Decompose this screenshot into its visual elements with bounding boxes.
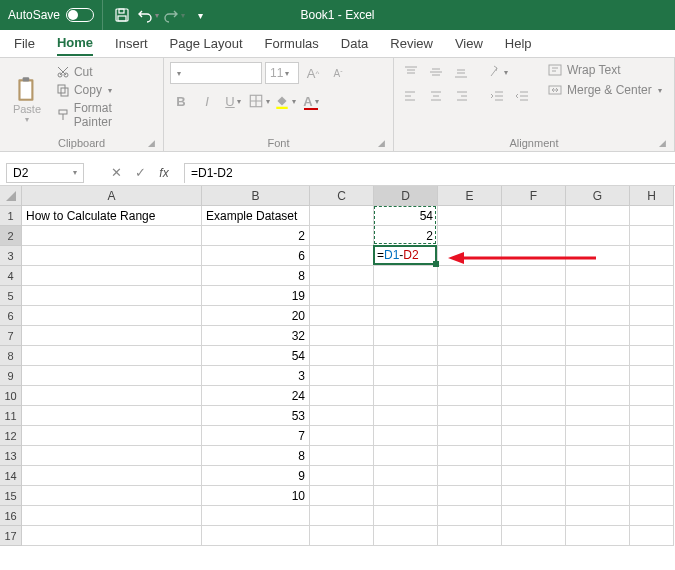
cell-D11[interactable] [374, 406, 438, 426]
cell-A6[interactable] [22, 306, 202, 326]
cell-A4[interactable] [22, 266, 202, 286]
cell-C14[interactable] [310, 466, 374, 486]
cell-A17[interactable] [22, 526, 202, 546]
cell-D12[interactable] [374, 426, 438, 446]
cell-H16[interactable] [630, 506, 674, 526]
cell-D5[interactable] [374, 286, 438, 306]
font-name-combo[interactable]: ▾ [170, 62, 262, 84]
cell-E8[interactable] [438, 346, 502, 366]
tab-page-layout[interactable]: Page Layout [170, 32, 243, 55]
cell-D2[interactable]: 2 [374, 226, 438, 246]
cell-C3[interactable] [310, 246, 374, 266]
cell-C16[interactable] [310, 506, 374, 526]
cell-F13[interactable] [502, 446, 566, 466]
cell-C8[interactable] [310, 346, 374, 366]
cell-A13[interactable] [22, 446, 202, 466]
cell-D1[interactable]: 54 [374, 206, 438, 226]
cell-B2[interactable]: 2 [202, 226, 310, 246]
cell-H11[interactable] [630, 406, 674, 426]
cell-F4[interactable] [502, 266, 566, 286]
bold-button[interactable]: B [170, 90, 192, 112]
cell-G8[interactable] [566, 346, 630, 366]
tab-view[interactable]: View [455, 32, 483, 55]
font-color-button[interactable]: A▾ [300, 90, 322, 112]
cell-H9[interactable] [630, 366, 674, 386]
cell-G7[interactable] [566, 326, 630, 346]
row-header-1[interactable]: 1 [0, 206, 22, 226]
decrease-indent-button[interactable] [486, 86, 508, 106]
row-header-8[interactable]: 8 [0, 346, 22, 366]
cell-D10[interactable] [374, 386, 438, 406]
cell-F7[interactable] [502, 326, 566, 346]
insert-function-button[interactable]: fx [152, 163, 176, 183]
column-header-E[interactable]: E [438, 186, 502, 206]
increase-indent-button[interactable] [511, 86, 533, 106]
tab-home[interactable]: Home [57, 31, 93, 56]
column-header-H[interactable]: H [630, 186, 674, 206]
cell-B17[interactable] [202, 526, 310, 546]
cell-H5[interactable] [630, 286, 674, 306]
italic-button[interactable]: I [196, 90, 218, 112]
dialog-launcher-icon[interactable]: ◢ [378, 138, 385, 148]
fill-color-button[interactable]: ▾ [274, 90, 296, 112]
cell-H14[interactable] [630, 466, 674, 486]
cell-B8[interactable]: 54 [202, 346, 310, 366]
cell-H12[interactable] [630, 426, 674, 446]
cell-G5[interactable] [566, 286, 630, 306]
merge-center-button[interactable]: Merge & Center▾ [547, 82, 662, 98]
cell-H15[interactable] [630, 486, 674, 506]
row-header-15[interactable]: 15 [0, 486, 22, 506]
cell-H8[interactable] [630, 346, 674, 366]
cell-D17[interactable] [374, 526, 438, 546]
cell-B9[interactable]: 3 [202, 366, 310, 386]
cell-C12[interactable] [310, 426, 374, 446]
cell-B7[interactable]: 32 [202, 326, 310, 346]
cell-F11[interactable] [502, 406, 566, 426]
decrease-font-button[interactable]: Aˇ [327, 62, 349, 84]
row-header-9[interactable]: 9 [0, 366, 22, 386]
cell-E13[interactable] [438, 446, 502, 466]
align-left-button[interactable] [400, 86, 422, 106]
cell-E16[interactable] [438, 506, 502, 526]
cell-F8[interactable] [502, 346, 566, 366]
cell-D7[interactable] [374, 326, 438, 346]
cell-B10[interactable]: 24 [202, 386, 310, 406]
cell-G14[interactable] [566, 466, 630, 486]
cell-C11[interactable] [310, 406, 374, 426]
tab-formulas[interactable]: Formulas [265, 32, 319, 55]
cell-D15[interactable] [374, 486, 438, 506]
cell-D6[interactable] [374, 306, 438, 326]
copy-button[interactable]: Copy▾ [52, 82, 157, 98]
cell-D9[interactable] [374, 366, 438, 386]
cell-C17[interactable] [310, 526, 374, 546]
cell-F5[interactable] [502, 286, 566, 306]
cell-B16[interactable] [202, 506, 310, 526]
row-header-5[interactable]: 5 [0, 286, 22, 306]
column-header-F[interactable]: F [502, 186, 566, 206]
cell-E15[interactable] [438, 486, 502, 506]
cell-C13[interactable] [310, 446, 374, 466]
cell-D14[interactable] [374, 466, 438, 486]
cell-A12[interactable] [22, 426, 202, 446]
align-center-button[interactable] [425, 86, 447, 106]
cell-C15[interactable] [310, 486, 374, 506]
cell-G6[interactable] [566, 306, 630, 326]
cell-D4[interactable] [374, 266, 438, 286]
cell-E17[interactable] [438, 526, 502, 546]
cell-G4[interactable] [566, 266, 630, 286]
select-all-corner[interactable] [0, 186, 22, 206]
name-box[interactable]: D2▾ [6, 163, 84, 183]
cell-A10[interactable] [22, 386, 202, 406]
cell-E4[interactable] [438, 266, 502, 286]
row-header-10[interactable]: 10 [0, 386, 22, 406]
cell-F10[interactable] [502, 386, 566, 406]
cell-G17[interactable] [566, 526, 630, 546]
cell-A11[interactable] [22, 406, 202, 426]
cell-F3[interactable] [502, 246, 566, 266]
formula-bar[interactable]: =D1-D2 [184, 163, 675, 183]
cell-A7[interactable] [22, 326, 202, 346]
cell-C7[interactable] [310, 326, 374, 346]
autosave-toggle[interactable]: AutoSave [0, 0, 103, 30]
cell-E1[interactable] [438, 206, 502, 226]
tab-review[interactable]: Review [390, 32, 433, 55]
